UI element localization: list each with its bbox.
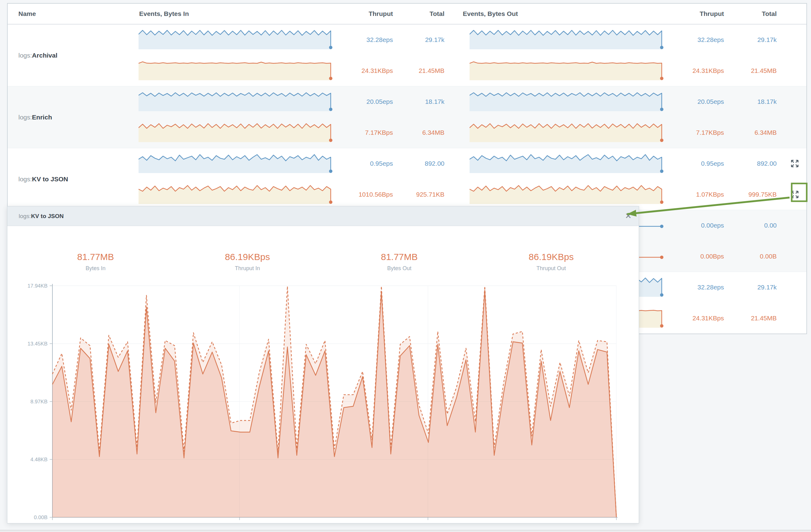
- bytes-sparkline-slot: [139, 179, 336, 210]
- total-in-value: 18.17k6.34MB: [393, 87, 444, 148]
- row-actions: [777, 272, 807, 333]
- stat-bytes-in-value: 81.77MB: [20, 252, 172, 262]
- events-sparkline[interactable]: [470, 91, 667, 112]
- stat-bytes-out: 81.77MB Bytes Out: [323, 252, 475, 272]
- total-out-value: 29.17k21.45MB: [724, 25, 777, 86]
- col-header-thruput-in[interactable]: Thruput: [336, 10, 393, 17]
- popup-stats: 81.77MB Bytes In 86.19KBps Thruput In 81…: [20, 252, 627, 272]
- svg-text:17.94KB: 17.94KB: [28, 283, 47, 289]
- total-in-value: 892.00925.71KB: [393, 148, 444, 210]
- thruput-out-value-events: 20.05eps: [667, 87, 724, 117]
- events-sparkline[interactable]: [139, 91, 336, 112]
- bytes-sparkline[interactable]: [139, 184, 336, 205]
- close-icon[interactable]: ✕: [622, 210, 634, 222]
- col-header-total-in[interactable]: Total: [393, 10, 444, 17]
- events-action-slot: [777, 148, 807, 179]
- thruput-out-value: 32.28eps24.31KBps: [667, 25, 724, 86]
- col-header-thruput-out[interactable]: Thruput: [667, 10, 724, 17]
- total-out-value-events: 18.17k: [724, 87, 777, 117]
- events-sparkline[interactable]: [139, 29, 336, 50]
- thruput-out-value-events: 32.28eps: [667, 25, 724, 56]
- stat-bytes-in: 81.77MB Bytes In: [20, 252, 172, 272]
- total-out-value-events: 29.17k: [724, 25, 777, 56]
- stat-thruput-in-value: 86.19KBps: [172, 252, 324, 262]
- bytes-sparkline[interactable]: [470, 60, 667, 81]
- bytes-sparkline[interactable]: [139, 60, 336, 81]
- stat-thruput-out: 86.19KBps Thruput Out: [475, 252, 627, 272]
- table-row: logs:KV to JSON0.95eps1010.56Bps892.0092…: [7, 148, 807, 210]
- stat-thruput-in: 86.19KBps Thruput In: [172, 252, 324, 272]
- svg-text:8.97KB: 8.97KB: [30, 399, 47, 405]
- sparkline-events-bytes-out: [444, 148, 667, 210]
- thruput-out-value-events: 32.28eps: [667, 272, 724, 303]
- expand-icon[interactable]: [791, 190, 799, 199]
- bytes-sparkline[interactable]: [470, 122, 667, 143]
- thruput-in-value: 20.05eps7.17KBps: [336, 87, 393, 148]
- thruput-in-value: 32.28eps24.31KBps: [336, 25, 393, 86]
- thruput-in-value-events: 32.28eps: [336, 25, 393, 56]
- total-out-value-events: 29.17k: [724, 272, 777, 303]
- total-out-value-bytes: 21.45MB: [724, 56, 777, 87]
- thruput-out-value-events: 0.95eps: [667, 148, 724, 179]
- events-action-slot: [777, 210, 807, 241]
- events-sparkline[interactable]: [470, 153, 667, 174]
- bytes-sparkline-slot: [139, 56, 336, 87]
- pipeline-name-prefix: logs:: [18, 52, 32, 59]
- bytes-sparkline-slot: [470, 117, 667, 148]
- pipeline-name[interactable]: logs:Enrich: [7, 87, 139, 148]
- thruput-out-value: 32.28eps24.31KBps: [667, 272, 724, 333]
- events-sparkline[interactable]: [139, 153, 336, 174]
- row-actions: [777, 148, 807, 210]
- table-header-row: Name Events, Bytes In Thruput Total Even…: [7, 4, 807, 25]
- total-in-value-bytes: 6.34MB: [393, 117, 444, 148]
- total-out-value-events: 892.00: [724, 148, 777, 179]
- total-in-value-events: 29.17k: [393, 25, 444, 56]
- stat-bytes-in-label: Bytes In: [20, 265, 172, 272]
- events-sparkline-slot: [470, 25, 667, 56]
- pipeline-name-prefix: logs:: [18, 175, 32, 183]
- col-header-name[interactable]: Name: [7, 10, 139, 17]
- table-row: logs:Enrich20.05eps7.17KBps18.17k6.34MB2…: [7, 86, 807, 148]
- pipeline-name[interactable]: logs:Archival: [7, 25, 139, 86]
- events-sparkline-slot: [470, 148, 667, 179]
- bytes-action-slot: [777, 117, 807, 148]
- total-in-value: 29.17k21.45MB: [393, 25, 444, 86]
- sparkline-events-bytes-in: [139, 25, 336, 86]
- total-out-value: 0.000.00B: [724, 210, 777, 272]
- events-action-slot: [777, 87, 807, 117]
- expand-icon[interactable]: [791, 159, 799, 168]
- popup-title-prefix: logs:: [19, 213, 31, 219]
- popup-header: logs:KV to JSON ✕: [7, 206, 639, 226]
- sparkline-events-bytes-out: [444, 25, 667, 86]
- col-header-events-in[interactable]: Events, Bytes In: [139, 10, 336, 17]
- total-out-value: 29.17k21.45MB: [724, 272, 777, 333]
- thruput-in-value-bytes: 24.31KBps: [336, 56, 393, 87]
- row-actions: [777, 25, 807, 86]
- col-header-events-out[interactable]: Events, Bytes Out: [444, 10, 667, 17]
- thruput-in-value-events: 0.95eps: [336, 148, 393, 179]
- svg-text:4.48KB: 4.48KB: [30, 457, 47, 463]
- sparkline-events-bytes-in: [139, 148, 336, 210]
- stat-bytes-out-value: 81.77MB: [323, 252, 475, 262]
- bytes-sparkline[interactable]: [470, 184, 667, 205]
- total-out-value-bytes: 21.45MB: [724, 303, 777, 334]
- stat-thruput-out-label: Thruput Out: [475, 265, 627, 272]
- col-header-total-out[interactable]: Total: [724, 10, 777, 17]
- events-sparkline-slot: [139, 87, 336, 117]
- events-sparkline[interactable]: [470, 29, 667, 50]
- events-sparkline-slot: [139, 25, 336, 56]
- thruput-in-value-events: 20.05eps: [336, 87, 393, 117]
- pipeline-name-text: KV to JSON: [32, 175, 68, 183]
- sparkline-events-bytes-in: [139, 87, 336, 148]
- thruput-out-value: 0.00eps0.00Bps: [667, 210, 724, 272]
- row-actions: [777, 210, 807, 272]
- bytes-sparkline[interactable]: [139, 122, 336, 143]
- table-row: logs:Archival32.28eps24.31KBps29.17k21.4…: [7, 25, 807, 86]
- pipeline-name[interactable]: logs:KV to JSON: [7, 148, 139, 210]
- bytes-action-slot: [777, 179, 807, 210]
- events-sparkline-slot: [470, 87, 667, 117]
- pipeline-detail-popup: logs:KV to JSON ✕ 81.77MB Bytes In 86.19…: [7, 206, 639, 523]
- bytes-action-slot: [777, 303, 807, 334]
- total-out-value-bytes: 999.75KB: [724, 179, 777, 210]
- svg-text:0.00B: 0.00B: [34, 515, 47, 520]
